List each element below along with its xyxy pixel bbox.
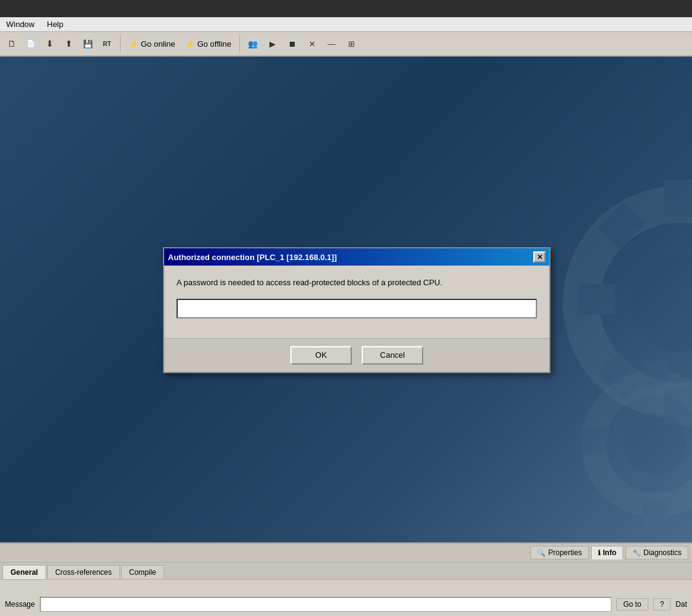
diagnostics-icon: 🔧 [632,549,641,557]
close-icon: ✕ [537,253,543,261]
new-icon: 🗋 [7,39,16,49]
toolbar-btn-minimize[interactable]: — [322,34,341,53]
go-online-label: Go online [141,39,175,49]
general-tab-label: General [10,568,38,577]
separator-1 [120,35,121,52]
toolbar-btn-rt[interactable]: RT [98,34,116,53]
dialog-body: A password is needed to access read-prot… [164,266,549,338]
status-bar: Message Go to ? Dat [0,580,692,616]
tab-cross-references[interactable]: Cross-references [47,565,120,579]
x-icon: ✕ [309,39,316,49]
ok-label: OK [316,350,327,360]
open-icon: 📄 [26,39,36,48]
dialog-title: Authorized connection [PLC_1 [192.168.0.… [168,253,337,262]
toolbar-btn-tile[interactable]: ⊞ [342,34,360,53]
message-label: Message [5,600,35,609]
toolbar-btn-start[interactable]: ▶ [263,34,282,53]
toolbar-btn-close[interactable]: ✕ [303,34,321,53]
menu-window[interactable]: Window [4,18,37,30]
accessible-icon: 👥 [248,39,258,49]
toolbar-btn-accessible[interactable]: 👥 [244,34,262,53]
toolbar-btn-stop[interactable]: ⏹ [283,34,301,53]
properties-icon: 🔍 [537,549,546,557]
compile-tab-label: Compile [129,568,156,577]
go-offline-label: Go offline [197,39,231,49]
toolbar-btn-1[interactable]: 🗋 [2,34,21,53]
toolbar: 🗋 📄 ⬇ ⬆ 💾 RT ⚡ Go online ⚡ Go offline 👥 … [0,32,692,57]
go-offline-icon: ⚡ [185,39,195,49]
go-online-icon: ⚡ [129,39,138,49]
authorized-connection-dialog: Authorized connection [PLC_1 [192.168.0.… [163,247,551,373]
dialog-overlay: Authorized connection [PLC_1 [192.168.0.… [0,57,692,542]
info-tab-label: Info [603,548,616,557]
toolbar-btn-2[interactable]: 📄 [22,34,40,53]
cancel-label: Cancel [380,350,405,360]
diagnostics-tab-label: Diagnostics [643,548,682,557]
toolbar-btn-upload[interactable]: ⬆ [60,34,78,53]
stop-icon: ⏹ [288,39,296,49]
ok-button[interactable]: OK [290,346,352,365]
tab-general[interactable]: General [2,565,46,579]
bottom-tabs-row: General Cross-references Compile [0,563,692,580]
properties-tab-label: Properties [548,548,582,557]
dialog-footer: OK Cancel [164,338,549,372]
help-icon: ? [660,600,664,609]
diagnostics-tab[interactable]: 🔧 Diagnostics [626,546,688,559]
toolbar-btn-5[interactable]: 💾 [79,34,97,53]
goto-label: Go to [623,600,641,609]
dialog-message: A password is needed to access read-prot… [177,277,537,289]
help-button[interactable]: ? [653,598,671,610]
dialog-close-button[interactable]: ✕ [533,251,546,263]
title-bar [0,0,692,17]
download-icon: ⬇ [46,39,54,49]
main-area: Authorized connection [PLC_1 [192.168.0.… [0,57,692,542]
dialog-title-bar: Authorized connection [PLC_1 [192.168.0.… [164,248,549,266]
goto-button[interactable]: Go to [616,598,648,610]
upload-icon: ⬆ [65,39,73,49]
menu-help[interactable]: Help [44,18,66,30]
minimize-icon: — [328,39,336,49]
message-area [40,597,612,612]
cross-references-tab-label: Cross-references [55,568,112,577]
save-icon: 💾 [83,39,93,49]
properties-bar: 🔍 Properties ℹ Info 🔧 Diagnostics [0,543,692,563]
toolbar-btn-download[interactable]: ⬇ [41,34,59,53]
tile-icon: ⊞ [348,39,355,49]
date-label: Dat [675,600,687,609]
go-online-button[interactable]: ⚡ Go online [124,34,180,53]
toolbar-group-1: 🗋 📄 ⬇ ⬆ 💾 RT [2,34,116,53]
info-icon: ℹ [598,549,600,557]
tab-compile[interactable]: Compile [121,565,164,579]
properties-tab[interactable]: 🔍 Properties [530,546,589,559]
menu-bar: Window Help [0,17,692,32]
go-offline-button[interactable]: ⚡ Go offline [181,34,236,53]
info-tab[interactable]: ℹ Info [591,546,623,559]
password-input[interactable] [177,299,537,318]
cancel-button[interactable]: Cancel [362,346,423,365]
rt-icon: RT [103,41,111,47]
start-icon: ▶ [269,39,276,49]
bottom-panel: 🔍 Properties ℹ Info 🔧 Diagnostics Genera… [0,542,692,616]
separator-2 [239,35,240,52]
